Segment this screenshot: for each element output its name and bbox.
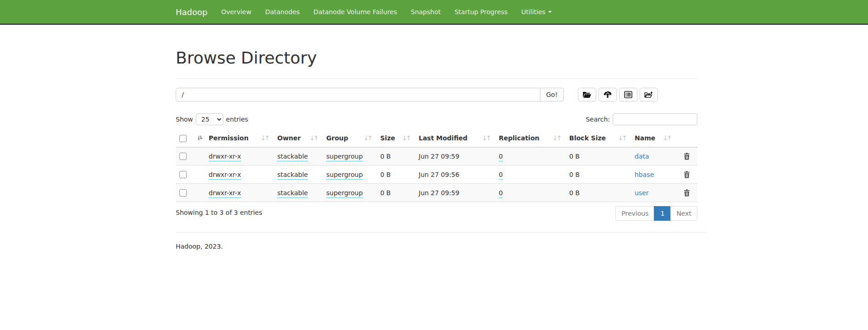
row-checkbox[interactable]: [179, 171, 187, 178]
set-storage-policy-button[interactable]: [619, 88, 637, 101]
dir-link[interactable]: user: [635, 189, 649, 197]
nav-datanode-volume-failures[interactable]: Datanode Volume Failures: [307, 8, 404, 16]
pagination-previous[interactable]: Previous: [615, 206, 654, 221]
owner-cell[interactable]: stackable: [277, 189, 308, 198]
row-checkbox[interactable]: [179, 153, 187, 160]
col-actions: [676, 130, 697, 147]
table-header-row: Permission↓↑ Owner↓↑ Group↓↑ Size↓↑ Last…: [176, 130, 697, 147]
block-size-cell: 0 B: [566, 147, 631, 165]
footer-copyright: Hadoop, 2023.: [176, 243, 697, 250]
page-title: Browse Directory: [176, 49, 697, 79]
col-last-modified[interactable]: Last Modified↓↑: [415, 130, 495, 147]
table-row: drwxr-xr-x stackable supergroup 0 B Jun …: [176, 165, 697, 184]
brand-hadoop[interactable]: Hadoop: [176, 7, 207, 17]
table-row: drwxr-xr-x stackable supergroup 0 B Jun …: [176, 147, 697, 165]
sort-both-icon: ↓↑: [364, 134, 373, 142]
group-cell[interactable]: supergroup: [326, 171, 363, 180]
size-cell: 0 B: [377, 147, 415, 165]
sort-both-icon: ↓↑: [310, 134, 319, 142]
pagination-next[interactable]: Next: [670, 206, 697, 221]
permission-cell[interactable]: drwxr-xr-x: [209, 171, 241, 180]
col-size[interactable]: Size↓↑: [377, 130, 415, 147]
col-block-size[interactable]: Block Size↓↑: [566, 130, 631, 147]
pagination: Previous 1 Next: [615, 206, 697, 221]
sort-both-icon: ↓↑: [663, 134, 672, 142]
search-input[interactable]: [613, 113, 697, 125]
page-size-select[interactable]: 25: [196, 113, 223, 125]
group-cell[interactable]: supergroup: [326, 153, 363, 161]
sort-both-icon: ↓↑: [402, 134, 411, 142]
pagination-page-1[interactable]: 1: [654, 206, 671, 221]
modified-cell: Jun 27 09:59: [415, 147, 495, 165]
dir-link[interactable]: data: [635, 153, 649, 160]
trash-icon[interactable]: [684, 152, 690, 160]
folder-move-icon: [644, 91, 653, 98]
directory-table: Permission↓↑ Owner↓↑ Group↓↑ Size↓↑ Last…: [176, 130, 697, 202]
sort-both-icon: ↓↑: [261, 134, 270, 142]
footer-divider: [176, 232, 705, 233]
col-replication[interactable]: Replication↓↑: [495, 130, 566, 147]
sort-both-icon: ↓↑: [618, 134, 627, 142]
dir-link[interactable]: hbase: [635, 171, 654, 178]
select-all-checkbox[interactable]: [179, 135, 187, 142]
nav-utilities-dropdown[interactable]: Utilities: [514, 8, 559, 16]
move-file-button[interactable]: [640, 88, 658, 101]
nav-overview[interactable]: Overview: [214, 8, 258, 16]
sort-both-icon: ↓↑: [482, 134, 491, 142]
path-input-group: Go!: [176, 88, 564, 101]
table-row: drwxr-xr-x stackable supergroup 0 B Jun …: [176, 184, 697, 202]
block-size-cell: 0 B: [566, 184, 631, 202]
select-all-header: [176, 130, 205, 147]
trash-icon[interactable]: [684, 170, 690, 178]
trash-icon[interactable]: [684, 189, 690, 196]
permission-cell[interactable]: drwxr-xr-x: [209, 189, 241, 198]
list-alt-icon: [624, 91, 632, 98]
upload-files-button[interactable]: [598, 88, 617, 101]
col-owner[interactable]: Owner↓↑: [274, 130, 323, 147]
toolbar: [578, 88, 658, 101]
directory-path-input[interactable]: [176, 88, 540, 101]
folder-open-icon: [582, 91, 592, 98]
col-permission[interactable]: Permission↓↑: [205, 130, 274, 147]
nav-startup-progress[interactable]: Startup Progress: [447, 8, 514, 16]
entries-label: entries: [226, 116, 248, 123]
sort-both-icon: ↓↑: [553, 134, 562, 142]
permission-cell[interactable]: drwxr-xr-x: [209, 153, 241, 161]
go-button[interactable]: Go!: [540, 88, 564, 101]
search-label: Search:: [586, 116, 610, 123]
owner-cell[interactable]: stackable: [277, 171, 308, 180]
show-label: Show: [176, 116, 193, 123]
row-checkbox[interactable]: [179, 189, 187, 197]
replication-cell[interactable]: 0: [499, 189, 503, 198]
create-directory-button[interactable]: [578, 88, 596, 101]
block-size-cell: 0 B: [566, 165, 631, 184]
sort-asc-icon[interactable]: [197, 135, 204, 141]
replication-cell[interactable]: 0: [499, 171, 503, 180]
col-name[interactable]: Name↓↑: [631, 130, 676, 147]
showing-info: Showing 1 to 3 of 3 entries: [176, 206, 262, 216]
nav-datanodes[interactable]: Datanodes: [258, 8, 307, 16]
replication-cell[interactable]: 0: [499, 153, 503, 161]
group-cell[interactable]: supergroup: [326, 189, 363, 198]
size-cell: 0 B: [377, 165, 415, 184]
caret-down-icon: [548, 11, 552, 13]
cloud-upload-icon: [604, 91, 612, 98]
size-cell: 0 B: [377, 184, 415, 202]
modified-cell: Jun 27 09:59: [415, 184, 495, 202]
col-group[interactable]: Group↓↑: [323, 130, 377, 147]
nav-snapshot[interactable]: Snapshot: [404, 8, 447, 16]
navbar: Hadoop Overview Datanodes Datanode Volum…: [0, 0, 868, 25]
owner-cell[interactable]: stackable: [277, 153, 308, 161]
modified-cell: Jun 27 09:56: [415, 165, 495, 184]
